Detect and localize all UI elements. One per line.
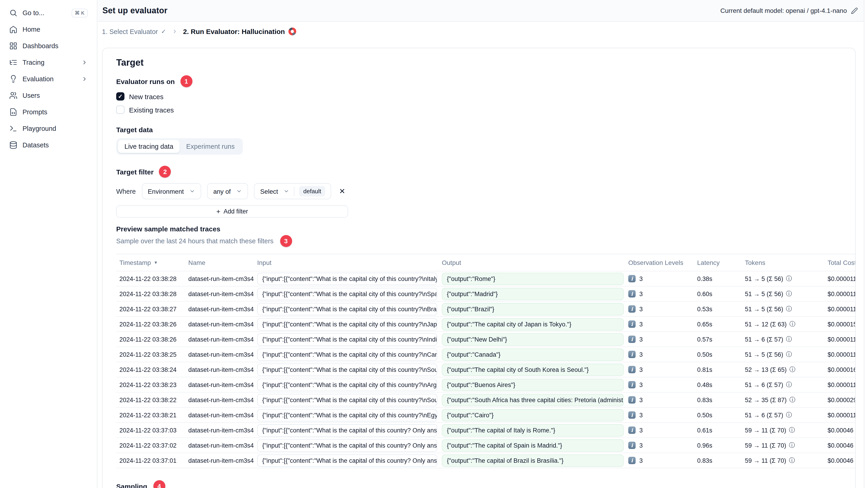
window-scrollbar[interactable] — [864, 0, 868, 488]
cell-output[interactable]: {"output":"The capital of Italy is Rome.… — [442, 424, 624, 436]
cell-output[interactable]: {"output":"Buenos Aires"} — [442, 379, 624, 391]
table-row[interactable]: 2024-11-22 03:38:23 dataset-run-item-cm3… — [116, 377, 856, 392]
cell-output[interactable]: {"output":"The capital city of South Kor… — [442, 363, 624, 376]
cell-input[interactable]: {"input":[{"content":"What is the capita… — [257, 394, 437, 406]
cell-latency: 0.57s — [697, 336, 745, 343]
cell-output[interactable]: {"output":"Canada"} — [442, 348, 624, 361]
remove-filter-button[interactable]: ✕ — [337, 186, 347, 196]
cell-latency: 0.53s — [697, 305, 745, 313]
table-row[interactable]: 2024-11-22 03:38:28 dataset-run-item-cm3… — [116, 271, 856, 287]
cell-tokens: 59 → 11 (Σ 70) ⓘ — [745, 426, 828, 434]
cell-timestamp: 2024-11-22 03:38:22 — [119, 396, 188, 403]
token-counts: 51 → 6 (Σ 57) — [745, 336, 783, 343]
observation-count: 3 — [639, 381, 643, 388]
cell-observation-levels: i 3 — [628, 396, 697, 403]
table-row[interactable]: 2024-11-22 03:38:26 dataset-run-item-cm3… — [116, 317, 856, 332]
cell-total-cost: $0.000029 — [828, 396, 856, 403]
cell-latency: 0.50s — [697, 412, 745, 418]
step-run-evaluator: 2. Run Evaluator: Hallucination — [183, 28, 296, 35]
cell-tokens: 51 → 5 (Σ 56) ⓘ — [745, 290, 828, 298]
cell-name: dataset-run-item-cm3s4 — [188, 396, 257, 403]
cell-output[interactable]: {"output":"New Delhi"} — [442, 333, 624, 346]
edit-model-button[interactable] — [851, 7, 858, 14]
checkbox-new-traces[interactable]: ✓ New traces — [116, 92, 163, 101]
table-row[interactable]: 2024-11-22 03:38:27 dataset-run-item-cm3… — [116, 302, 856, 317]
filter-operator-select[interactable]: any of — [207, 183, 248, 199]
cell-input[interactable]: {"input":[{"content":"What is the capita… — [257, 288, 437, 300]
sidebar-item-label: Evaluation — [23, 75, 54, 83]
cell-input[interactable]: {"input":[{"content":"What is the capita… — [257, 318, 437, 330]
cell-input[interactable]: {"input":[{"content":"What is the capita… — [257, 454, 437, 467]
cell-output[interactable]: {"output":"Madrid"} — [442, 288, 624, 300]
filter-value-select[interactable]: Select default — [254, 183, 331, 199]
goto-search[interactable]: Go to... ⌘ K — [5, 5, 92, 21]
table-row[interactable]: 2024-11-22 03:37:02 dataset-run-item-cm3… — [116, 438, 856, 453]
cell-output[interactable]: {"output":"Cairo"} — [442, 409, 624, 421]
cell-output[interactable]: {"output":"The capital city of Japan is … — [442, 318, 624, 330]
table-row[interactable]: 2024-11-22 03:38:22 dataset-run-item-cm3… — [116, 392, 856, 408]
table-row[interactable]: 2024-11-22 03:38:21 dataset-run-item-cm3… — [116, 408, 856, 423]
cell-input[interactable]: {"input":[{"content":"What is the capita… — [257, 409, 437, 421]
sidebar-item-playground[interactable]: Playground — [5, 120, 92, 137]
target-data-tabs: Live tracing data Experiment runs — [116, 138, 243, 155]
sidebar-item-dashboards[interactable]: Dashboards — [5, 38, 92, 54]
preview-subtitle: Sample over the last 24 hours that match… — [116, 237, 274, 245]
cell-input[interactable]: {"input":[{"content":"What is the capita… — [257, 439, 437, 452]
step-select-evaluator[interactable]: 1. Select Evaluator ✓ — [102, 28, 166, 35]
chevron-down-icon — [284, 188, 289, 194]
cell-output[interactable]: {"output":"Brazil"} — [442, 303, 624, 315]
cell-input[interactable]: {"input":[{"content":"What is the capita… — [257, 272, 437, 285]
cell-output[interactable]: {"output":"The capital of Spain is Madri… — [442, 439, 624, 452]
cell-latency: 0.48s — [697, 381, 745, 388]
sidebar-item-prompts[interactable]: Prompts — [5, 104, 92, 120]
table-row[interactable]: 2024-11-22 03:37:03 dataset-run-item-cm3… — [116, 423, 856, 438]
cell-name: dataset-run-item-cm3s4 — [188, 351, 257, 358]
observation-count: 3 — [639, 351, 643, 358]
evaluation-icon — [9, 75, 18, 83]
cell-input[interactable]: {"input":[{"content":"What is the capita… — [257, 379, 437, 391]
column-header-timestamp[interactable]: Timestamp ▼ — [119, 259, 188, 266]
cell-observation-levels: i 3 — [628, 381, 697, 388]
cell-observation-levels: i 3 — [628, 366, 697, 373]
filter-column-select[interactable]: Environment — [142, 183, 201, 199]
breadcrumb: 1. Select Evaluator ✓ 2. Run Evaluator: … — [102, 28, 297, 35]
cell-output[interactable]: {"output":"South Africa has three capita… — [442, 394, 624, 406]
sidebar-item-tracing[interactable]: Tracing — [5, 54, 92, 71]
tab-experiment-runs[interactable]: Experiment runs — [180, 140, 241, 153]
sidebar-item-datasets[interactable]: Datasets — [5, 137, 92, 153]
table-row[interactable]: 2024-11-22 03:38:26 dataset-run-item-cm3… — [116, 332, 856, 347]
ragas-logo-icon — [289, 28, 297, 35]
add-filter-label: Add filter — [223, 208, 248, 215]
cell-input[interactable]: {"input":[{"content":"What is the capita… — [257, 348, 437, 361]
cell-total-cost: $0.000011 ( — [828, 275, 856, 282]
cell-input[interactable]: {"input":[{"content":"What is the capita… — [257, 424, 437, 436]
target-data-label: Target data — [116, 126, 153, 134]
cell-total-cost: $0.00046 ( — [828, 457, 856, 464]
cell-total-cost: $0.000016 — [828, 366, 856, 373]
checkbox-existing-traces[interactable]: ✓ Existing traces — [116, 106, 174, 114]
filter-operator-value: any of — [213, 188, 231, 195]
token-counts: 51 → 5 (Σ 56) — [745, 351, 783, 358]
info-badge-icon: i — [628, 396, 636, 403]
cell-output[interactable]: {"output":"Rome"} — [442, 272, 624, 285]
info-icon: ⓘ — [789, 365, 796, 374]
tab-live-tracing-data[interactable]: Live tracing data — [118, 140, 180, 153]
table-row[interactable]: 2024-11-22 03:38:25 dataset-run-item-cm3… — [116, 347, 856, 362]
cell-latency: 0.65s — [697, 321, 745, 328]
cell-input[interactable]: {"input":[{"content":"What is the capita… — [257, 333, 437, 346]
info-icon: ⓘ — [786, 274, 792, 283]
table-row[interactable]: 2024-11-22 03:38:24 dataset-run-item-cm3… — [116, 362, 856, 377]
sidebar-item-home[interactable]: Home — [5, 21, 92, 38]
add-filter-button[interactable]: + Add filter — [116, 205, 348, 218]
cell-tokens: 51 → 5 (Σ 56) ⓘ — [745, 305, 828, 313]
table-row[interactable]: 2024-11-22 03:37:01 dataset-run-item-cm3… — [116, 453, 856, 468]
table-row[interactable]: 2024-11-22 03:38:28 dataset-run-item-cm3… — [116, 287, 856, 302]
info-icon: ⓘ — [786, 411, 792, 419]
info-badge-icon: i — [628, 335, 636, 343]
sidebar-item-evaluation[interactable]: Evaluation — [5, 71, 92, 87]
cell-input[interactable]: {"input":[{"content":"What is the capita… — [257, 303, 437, 315]
cell-input[interactable]: {"input":[{"content":"What is the capita… — [257, 363, 437, 376]
cell-output[interactable]: {"output":"The capital of Brazil is Bras… — [442, 454, 624, 467]
cell-total-cost: $0.000011 ( — [828, 305, 856, 313]
sidebar-item-users[interactable]: Users — [5, 87, 92, 104]
